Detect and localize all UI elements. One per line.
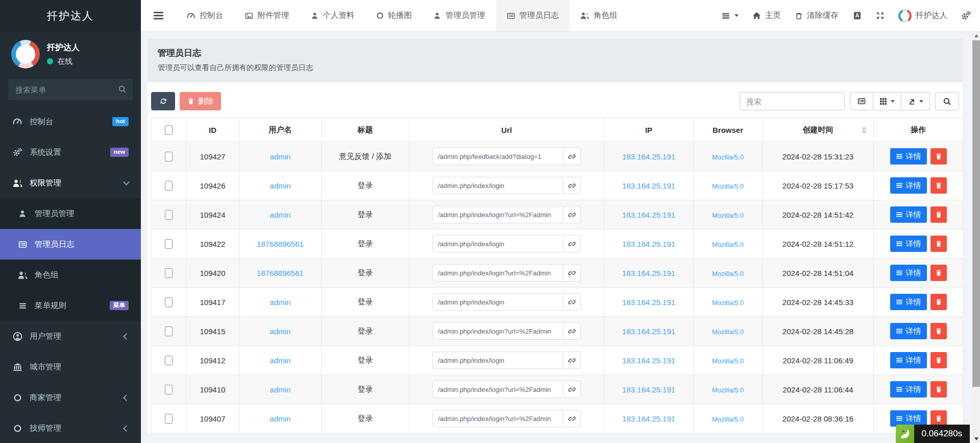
url-input[interactable] bbox=[432, 177, 564, 194]
browser-link[interactable]: Mozilla/5.0 bbox=[712, 153, 744, 161]
ip-link[interactable]: 183.164.25.191 bbox=[622, 385, 675, 394]
open-url-button[interactable] bbox=[564, 264, 581, 282]
username-link[interactable]: admin bbox=[270, 152, 291, 161]
username-link[interactable]: admin bbox=[270, 327, 291, 336]
url-input[interactable] bbox=[432, 206, 564, 223]
row-checkbox[interactable] bbox=[165, 385, 173, 394]
row-delete-button[interactable] bbox=[930, 352, 947, 368]
sidebar-item-technician-manage[interactable]: 技师管理 bbox=[0, 413, 141, 443]
open-url-button[interactable] bbox=[564, 410, 581, 427]
search-button[interactable] bbox=[935, 92, 959, 110]
row-checkbox[interactable] bbox=[165, 356, 173, 365]
open-url-button[interactable] bbox=[564, 148, 581, 165]
browser-link[interactable]: Mozilla/5.0 bbox=[712, 328, 744, 336]
column-header-createtime[interactable]: 创建时间 bbox=[763, 119, 874, 142]
username-link[interactable]: 18768896561 bbox=[257, 269, 304, 277]
browser-link[interactable]: Mozilla/5.0 bbox=[712, 357, 744, 365]
tab-admin-manage[interactable]: 管理员管理 bbox=[423, 0, 496, 31]
username-link[interactable]: 18768896561 bbox=[257, 240, 304, 248]
sort-icon[interactable] bbox=[862, 126, 867, 134]
username-link[interactable]: admin bbox=[270, 385, 291, 394]
sidebar-item-auth[interactable]: 权限管理 bbox=[0, 168, 141, 198]
url-input[interactable] bbox=[432, 322, 564, 340]
ip-link[interactable]: 183.164.25.191 bbox=[622, 327, 675, 336]
sidebar-item-admin-log[interactable]: 管理员日志 bbox=[0, 229, 141, 260]
table-search-input[interactable] bbox=[740, 92, 845, 110]
scrollbar-thumb[interactable] bbox=[972, 40, 980, 387]
ip-link[interactable]: 183.164.25.191 bbox=[622, 356, 675, 365]
username-link[interactable]: admin bbox=[270, 414, 291, 423]
tab-dashboard[interactable]: 控制台 bbox=[176, 0, 234, 31]
delete-button[interactable]: 删除 bbox=[180, 92, 221, 110]
ip-link[interactable]: 183.164.25.191 bbox=[622, 269, 675, 277]
sidebar-item-menu-rules[interactable]: 菜单规则 菜单 bbox=[0, 290, 141, 321]
row-delete-button[interactable] bbox=[930, 148, 947, 165]
url-input[interactable] bbox=[432, 410, 564, 427]
tab-carousel[interactable]: 轮播图 bbox=[365, 0, 423, 31]
vertical-scrollbar[interactable] bbox=[972, 32, 980, 443]
row-checkbox[interactable] bbox=[165, 210, 173, 220]
tab-profile[interactable]: 个人资料 bbox=[300, 0, 365, 31]
browser-link[interactable]: Mozilla/5.0 bbox=[712, 212, 744, 219]
open-url-button[interactable] bbox=[564, 352, 581, 369]
row-checkbox[interactable] bbox=[165, 152, 173, 161]
thinkphp-debug-bar[interactable]: 0.064280s bbox=[896, 425, 970, 443]
sidebar-item-user-manage[interactable]: 用户管理 bbox=[0, 321, 141, 352]
detail-button[interactable]: 详情 bbox=[890, 294, 927, 310]
row-delete-button[interactable] bbox=[930, 206, 947, 223]
row-delete-button[interactable] bbox=[930, 294, 947, 310]
ip-link[interactable]: 183.164.25.191 bbox=[622, 298, 675, 307]
clear-cache-button[interactable]: 清除缓存 bbox=[795, 10, 839, 21]
select-all-checkbox[interactable] bbox=[165, 125, 173, 135]
detail-button[interactable]: 详情 bbox=[890, 265, 927, 281]
scroll-up-arrow-icon[interactable] bbox=[972, 32, 980, 40]
toggle-view-button[interactable] bbox=[850, 92, 873, 110]
columns-button[interactable] bbox=[873, 92, 901, 110]
open-url-button[interactable] bbox=[564, 381, 581, 398]
browser-link[interactable]: Mozilla/5.0 bbox=[712, 299, 744, 307]
row-checkbox[interactable] bbox=[165, 239, 173, 249]
detail-button[interactable]: 详情 bbox=[890, 206, 927, 223]
url-input[interactable] bbox=[432, 235, 564, 252]
detail-button[interactable]: 详情 bbox=[890, 323, 927, 339]
ip-link[interactable]: 183.164.25.191 bbox=[622, 152, 675, 161]
url-input[interactable] bbox=[432, 264, 564, 282]
tab-role-group[interactable]: 角色组 bbox=[570, 0, 628, 31]
username-link[interactable]: admin bbox=[270, 298, 291, 307]
open-url-button[interactable] bbox=[564, 293, 581, 311]
open-url-button[interactable] bbox=[564, 235, 581, 252]
browser-link[interactable]: Mozilla/5.0 bbox=[712, 415, 744, 423]
detail-button[interactable]: 详情 bbox=[890, 236, 927, 252]
browser-link[interactable]: Mozilla/5.0 bbox=[712, 241, 744, 248]
sidebar-item-role-group[interactable]: 角色组 bbox=[0, 260, 141, 290]
open-url-button[interactable] bbox=[564, 322, 581, 340]
refresh-button[interactable] bbox=[151, 92, 175, 110]
sidebar-item-system-settings[interactable]: 系统设置 new bbox=[0, 137, 141, 168]
row-checkbox[interactable] bbox=[165, 297, 173, 307]
detail-button[interactable]: 详情 bbox=[890, 177, 927, 194]
open-url-button[interactable] bbox=[564, 177, 581, 194]
ip-link[interactable]: 183.164.25.191 bbox=[622, 181, 675, 190]
username-link[interactable]: admin bbox=[270, 181, 291, 190]
row-delete-button[interactable] bbox=[930, 236, 947, 252]
row-delete-button[interactable] bbox=[930, 323, 947, 339]
browser-link[interactable]: Mozilla/5.0 bbox=[712, 182, 744, 190]
detail-button[interactable]: 详情 bbox=[890, 381, 927, 398]
row-checkbox[interactable] bbox=[165, 268, 173, 278]
browser-link[interactable]: Mozilla/5.0 bbox=[712, 270, 744, 277]
row-delete-button[interactable] bbox=[930, 265, 947, 281]
row-delete-button[interactable] bbox=[930, 381, 947, 398]
browser-link[interactable]: Mozilla/5.0 bbox=[712, 386, 744, 394]
menu-search-input[interactable] bbox=[8, 79, 133, 100]
fullscreen-button[interactable] bbox=[876, 11, 885, 20]
sidebar-item-merchant-manage[interactable]: 商家管理 bbox=[0, 382, 141, 413]
sidebar-item-dashboard[interactable]: 控制台 hot bbox=[0, 106, 141, 137]
tab-admin-log[interactable]: 管理员日志 bbox=[496, 0, 570, 31]
detail-button[interactable]: 详情 bbox=[890, 148, 927, 165]
home-link[interactable]: 主页 bbox=[752, 10, 781, 21]
row-checkbox[interactable] bbox=[165, 414, 173, 424]
tab-attachments[interactable]: 附件管理 bbox=[234, 0, 300, 31]
username-link[interactable]: admin bbox=[270, 356, 291, 365]
sidebar-item-admin-manage[interactable]: 管理员管理 bbox=[0, 198, 141, 229]
ip-link[interactable]: 183.164.25.191 bbox=[622, 414, 675, 423]
